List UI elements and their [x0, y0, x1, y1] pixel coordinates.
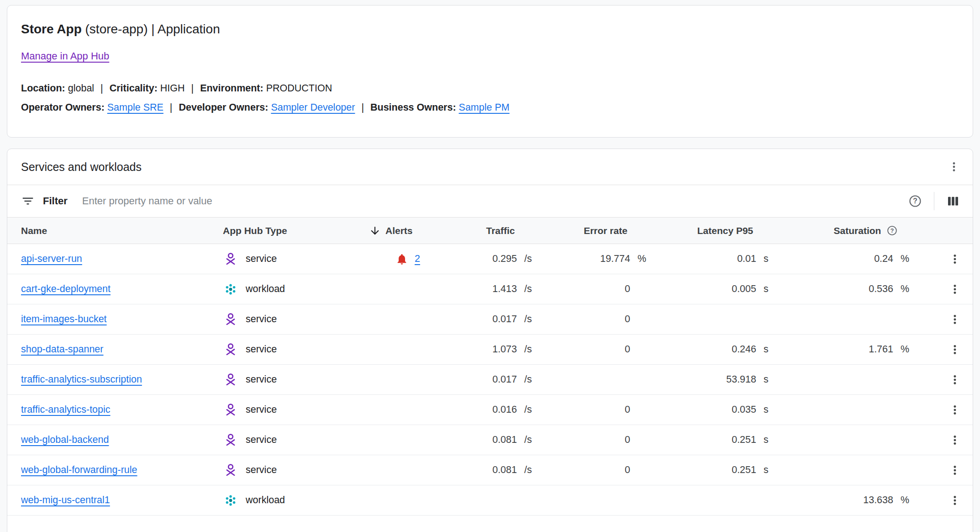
location-value: global — [68, 83, 94, 94]
row-traffic-cell: 0.017 /s — [452, 314, 549, 325]
error-rate-value: 0 — [625, 464, 630, 476]
row-type-cell: service — [211, 342, 356, 357]
row-type-cell: service — [211, 432, 356, 448]
row-type-label: service — [246, 253, 277, 265]
row-saturation-cell: 13.638 % — [788, 495, 925, 506]
row-error-rate-cell: 0 — [549, 464, 662, 476]
row-type-label: service — [246, 404, 277, 415]
column-header-saturation[interactable]: Saturation ? — [788, 225, 925, 236]
row-name-link[interactable]: web-mig-us-central1 — [21, 495, 110, 505]
saturation-header-label: Saturation — [834, 225, 881, 236]
row-traffic-cell: 0.017 /s — [452, 374, 549, 385]
app-metadata-line-2: Operator Owners: Sample SRE | Developer … — [21, 98, 959, 117]
row-menu-button[interactable] — [946, 431, 964, 449]
app-header-card: Store App (store-app) | Application Mana… — [7, 5, 973, 138]
row-type-cell: service — [211, 463, 356, 478]
row-name-link[interactable]: api-server-run — [21, 253, 82, 264]
error-rate-value: 0 — [625, 283, 630, 295]
row-name-cell: shop-data-spanner — [7, 344, 211, 355]
table-row: web-global-backend se — [7, 425, 973, 455]
saturation-help-icon[interactable]: ? — [886, 225, 898, 236]
latency-unit: s — [756, 464, 776, 476]
row-type-cell: workload — [211, 493, 356, 508]
latency-unit: s — [756, 434, 776, 446]
table-row: web-global-forwarding-rule — [7, 455, 973, 485]
filter-input[interactable] — [81, 195, 906, 207]
row-menu-cell — [925, 492, 973, 509]
traffic-unit: /s — [517, 404, 537, 415]
column-header-app-hub-type[interactable]: App Hub Type — [211, 225, 356, 236]
developer-owners-label: Developer Owners: — [179, 102, 268, 113]
row-name-link[interactable]: shop-data-spanner — [21, 344, 103, 355]
business-owner-link[interactable]: Sample PM — [459, 102, 510, 113]
row-name-cell: api-server-run — [7, 253, 211, 265]
row-type-label: workload — [246, 283, 285, 295]
latency-value: 0.246 — [732, 344, 756, 355]
row-latency-cell: 0.035 s — [662, 404, 788, 415]
row-menu-button[interactable] — [946, 311, 964, 328]
row-type-label: service — [246, 344, 277, 355]
table-header-row: Name App Hub Type Alerts Traffic Error r… — [7, 218, 973, 244]
developer-owner-link[interactable]: Sampler Developer — [271, 102, 355, 113]
row-latency-cell: 53.918 s — [662, 374, 788, 385]
criticality-value: HIGH — [160, 83, 185, 94]
row-name-cell: item-images-bucket — [7, 314, 211, 325]
service-icon — [223, 342, 238, 357]
svg-text:?: ? — [913, 197, 917, 205]
row-name-link[interactable]: cart-gke-deployment — [21, 283, 111, 294]
page-title: Store App (store-app) | Application — [21, 22, 959, 37]
app-subtitle: (store-app) | Application — [85, 22, 220, 36]
row-menu-button[interactable] — [946, 281, 964, 298]
row-traffic-cell: 1.413 /s — [452, 283, 549, 295]
traffic-unit: /s — [517, 464, 537, 476]
column-header-alerts[interactable]: Alerts — [356, 225, 452, 237]
column-header-traffic[interactable]: Traffic — [452, 225, 549, 236]
row-name-cell: web-global-forwarding-rule — [7, 464, 211, 476]
row-type-label: workload — [246, 495, 285, 506]
panel-title: Services and workloads — [21, 160, 142, 174]
row-menu-button[interactable] — [946, 492, 964, 509]
row-name-cell: traffic-analytics-subscription — [7, 374, 211, 385]
alert-count-link[interactable]: 2 — [415, 253, 420, 265]
row-traffic-cell: 0.081 /s — [452, 464, 549, 476]
filter-help-button[interactable]: ? — [906, 192, 924, 210]
traffic-value: 0.081 — [492, 434, 517, 446]
column-header-name[interactable]: Name — [7, 225, 211, 236]
table-row: shop-data-spanner ser — [7, 335, 973, 365]
operator-owner-link[interactable]: Sample SRE — [107, 102, 163, 113]
traffic-value: 1.073 — [492, 344, 517, 355]
row-latency-cell: 0.251 s — [662, 434, 788, 446]
sort-descending-icon — [369, 225, 381, 237]
latency-value: 0.005 — [732, 283, 756, 295]
workload-icon — [223, 282, 238, 297]
traffic-value: 0.295 — [492, 253, 517, 265]
column-header-latency-p95[interactable]: Latency P95 — [662, 225, 788, 236]
traffic-unit: /s — [517, 314, 537, 325]
service-icon — [223, 432, 238, 448]
manage-in-app-hub-link[interactable]: Manage in App Hub — [21, 50, 109, 62]
panel-menu-button[interactable] — [945, 158, 963, 176]
row-menu-cell — [925, 281, 973, 298]
row-menu-button[interactable] — [946, 401, 964, 419]
row-error-rate-cell: 0 — [549, 344, 662, 355]
row-name-cell: web-mig-us-central1 — [7, 495, 211, 506]
environment-label: Environment: — [200, 83, 263, 94]
row-name-link[interactable]: web-global-backend — [21, 434, 109, 445]
traffic-unit: /s — [517, 283, 537, 295]
row-name-link[interactable]: traffic-analytics-subscription — [21, 374, 142, 385]
row-menu-button[interactable] — [946, 250, 964, 268]
column-display-options-button[interactable] — [944, 192, 962, 210]
row-name-link[interactable]: web-global-forwarding-rule — [21, 464, 137, 475]
row-name-link[interactable]: item-images-bucket — [21, 314, 107, 325]
row-menu-button[interactable] — [946, 371, 964, 388]
service-icon — [223, 372, 238, 388]
row-name-link[interactable]: traffic-analytics-topic — [21, 404, 111, 415]
service-icon — [223, 402, 238, 418]
business-owners-label: Business Owners: — [370, 102, 456, 113]
service-icon — [223, 251, 238, 267]
row-error-rate-cell: 0 — [549, 283, 662, 295]
row-menu-button[interactable] — [946, 341, 964, 358]
table-body: api-server-run servic — [7, 244, 973, 516]
column-header-error-rate[interactable]: Error rate — [549, 225, 662, 236]
row-menu-button[interactable] — [946, 462, 964, 479]
